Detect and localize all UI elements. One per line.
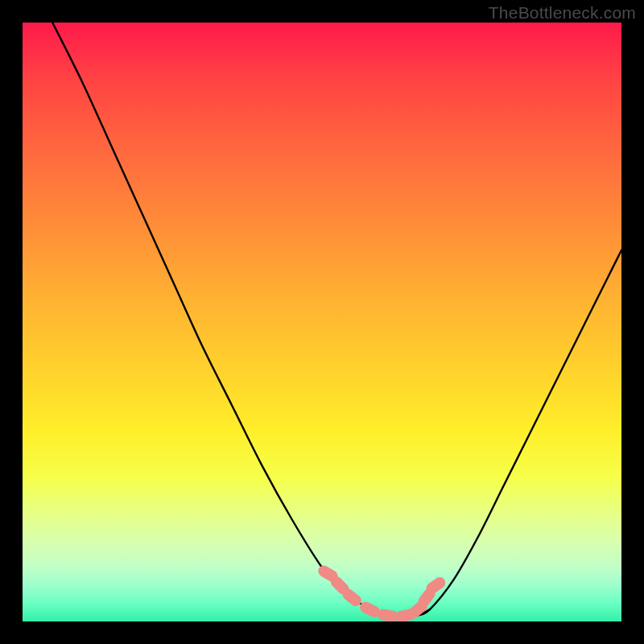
- curve-left: [52, 23, 382, 616]
- chart-frame: TheBottleneck.com: [0, 0, 644, 644]
- marker-layer: [316, 564, 448, 621]
- watermark-text: TheBottleneck.com: [489, 3, 636, 23]
- highlight-marker: [377, 609, 399, 621]
- line-layer: [52, 23, 621, 616]
- plot-area: [23, 23, 621, 621]
- chart-svg: [23, 23, 621, 621]
- curve-right: [418, 250, 621, 616]
